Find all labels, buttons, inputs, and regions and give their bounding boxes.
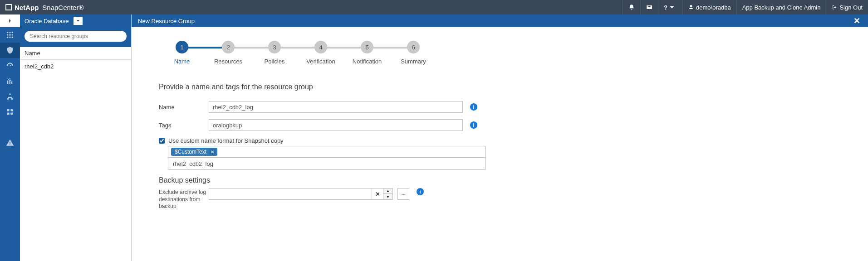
column-name: Name xyxy=(25,50,40,57)
exclude-input[interactable] xyxy=(209,188,372,200)
minus-icon: – xyxy=(402,191,405,198)
exclude-info-icon[interactable]: i xyxy=(417,188,424,195)
role-label-wrap[interactable]: App Backup and Clone Admin xyxy=(736,0,826,14)
custom-format-label: Use custom name format for Snapshot copy xyxy=(168,137,284,144)
nav-storage[interactable] xyxy=(0,104,20,120)
role-label: App Backup and Clone Admin xyxy=(742,4,821,11)
help-menu[interactable]: ? xyxy=(658,0,682,14)
name-info-icon[interactable]: i xyxy=(470,103,477,111)
close-icon: ✕ xyxy=(853,16,860,26)
step-label: Summary xyxy=(401,58,426,65)
step-label: Policies xyxy=(265,58,285,65)
step-number: 3 xyxy=(268,41,281,53)
envelope-icon xyxy=(646,4,652,10)
custom-format-checkbox[interactable] xyxy=(159,138,165,144)
tags-info-icon[interactable]: i xyxy=(470,121,477,129)
hierarchy-icon xyxy=(6,92,14,101)
signout-button[interactable]: Sign Out xyxy=(826,0,868,14)
stepper-down[interactable]: ▼ xyxy=(383,194,393,200)
help-icon: ? xyxy=(664,4,667,11)
resource-name: rhel2_cdb2 xyxy=(25,63,54,70)
step-label: Resources xyxy=(214,58,242,65)
step-number: 1 xyxy=(176,41,188,53)
exclude-remove-button[interactable]: – xyxy=(397,188,409,200)
brand-product: SnapCenter® xyxy=(42,4,83,11)
user-icon xyxy=(688,5,694,10)
tag-remove-icon[interactable]: ✕ xyxy=(209,149,216,155)
bell-icon xyxy=(628,4,635,10)
nav-hosts[interactable] xyxy=(0,89,20,104)
notifications-button[interactable] xyxy=(623,0,640,14)
tag-text: $CustomText xyxy=(175,149,206,155)
wizard-step-notification[interactable]: 5 Notification xyxy=(344,41,390,65)
grid-icon xyxy=(6,31,14,39)
caret-down-icon xyxy=(76,19,80,23)
top-header: NetApp SnapCenter® ? demo\oradba App Bac… xyxy=(0,0,868,14)
form-heading: Provide a name and tags for the resource… xyxy=(159,83,567,91)
exclude-clear-button[interactable]: ✕ xyxy=(372,188,383,200)
tags-label: Tags xyxy=(159,122,209,129)
brand: NetApp SnapCenter® xyxy=(0,4,83,11)
resource-context: Oracle Database xyxy=(20,14,131,27)
custom-format-tagarea[interactable]: $CustomText ✕ xyxy=(168,146,485,157)
gauge-icon xyxy=(6,62,14,70)
main-header: New Resource Group ✕ xyxy=(132,14,868,27)
brand-company: NetApp xyxy=(15,4,39,11)
chart-icon xyxy=(6,77,14,85)
wizard-step-verification[interactable]: 4 Verification xyxy=(298,41,344,65)
step-label: Verification xyxy=(306,58,335,65)
step-number: 6 xyxy=(407,41,420,53)
alert-icon xyxy=(6,139,14,147)
exclude-label: Exclude archive log destinations from ba… xyxy=(159,188,209,210)
custom-format-tag: $CustomText ✕ xyxy=(171,148,217,156)
context-label: Oracle Database xyxy=(25,18,69,24)
name-input[interactable] xyxy=(209,101,463,113)
step-number: 2 xyxy=(222,41,235,53)
nav-dashboard[interactable] xyxy=(0,27,20,43)
resource-panel: Oracle Database Name rhel2_cdb2 xyxy=(20,14,132,261)
step-label: Name xyxy=(174,58,190,65)
nav-resources[interactable] xyxy=(0,43,20,58)
stepper-up[interactable]: ▲ xyxy=(383,188,393,194)
chevron-right-icon xyxy=(8,19,12,23)
custom-format-input[interactable] xyxy=(168,157,485,170)
wizard-steps: 1 Name 2 Resources 3 Policies 4 Verifica… xyxy=(159,41,868,65)
user-label: demo\oradba xyxy=(696,4,731,11)
nav-rail xyxy=(0,14,20,261)
context-dropdown[interactable] xyxy=(74,17,83,25)
storage-icon xyxy=(6,108,14,116)
user-menu[interactable]: demo\oradba xyxy=(682,0,736,14)
netapp-logo-icon xyxy=(5,4,12,10)
search-wrap xyxy=(20,27,131,47)
step-label: Notification xyxy=(353,58,382,65)
wizard-step-policies[interactable]: 3 Policies xyxy=(251,41,298,65)
sliders-icon xyxy=(6,123,14,131)
search-input[interactable] xyxy=(25,31,127,42)
rail-collapse-button[interactable] xyxy=(0,14,20,27)
step-number: 4 xyxy=(314,41,327,53)
signout-icon xyxy=(832,5,837,10)
nav-reports[interactable] xyxy=(0,73,20,89)
signout-label: Sign Out xyxy=(839,4,863,11)
resource-column-header: Name xyxy=(20,47,131,60)
resource-row[interactable]: rhel2_cdb2 xyxy=(20,60,131,72)
nav-alerts[interactable] xyxy=(0,135,20,150)
main-title: New Resource Group xyxy=(138,18,195,24)
tags-input[interactable] xyxy=(209,119,463,131)
name-label: Name xyxy=(159,104,209,111)
close-button[interactable]: ✕ xyxy=(852,16,862,26)
wizard-step-summary[interactable]: 6 Summary xyxy=(390,41,436,65)
shield-check-icon xyxy=(6,46,14,54)
backup-settings-heading: Backup settings xyxy=(159,176,567,184)
chevron-down-icon xyxy=(669,5,675,10)
wizard-step-name[interactable]: 1 Name xyxy=(159,41,205,65)
step-number: 5 xyxy=(361,41,373,53)
nav-monitor[interactable] xyxy=(0,58,20,73)
resource-group-form: Provide a name and tags for the resource… xyxy=(159,83,567,210)
main-area: New Resource Group ✕ 1 Name 2 Resources … xyxy=(132,14,868,261)
exclude-stepper: ▲ ▼ xyxy=(383,188,393,200)
x-icon: ✕ xyxy=(375,191,380,198)
nav-settings[interactable] xyxy=(0,120,20,135)
wizard-step-resources[interactable]: 2 Resources xyxy=(205,41,251,65)
messages-button[interactable] xyxy=(640,0,658,14)
